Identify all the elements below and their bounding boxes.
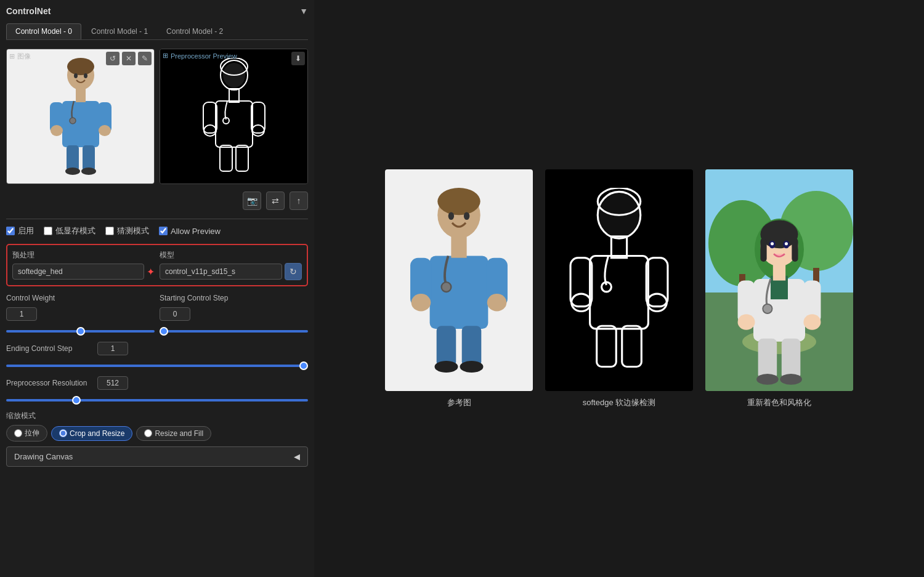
svg-point-49	[647, 294, 667, 311]
action-row: 📷 ⇄ ↑	[6, 192, 308, 210]
nurse-svg	[47, 58, 115, 175]
guess-mode-label: 猜测模式	[117, 225, 149, 236]
svg-point-37	[435, 361, 458, 373]
drawing-canvas-row[interactable]: Drawing Canvas ◀	[6, 446, 308, 467]
download-preview-btn[interactable]: ⬇	[291, 52, 305, 65]
guess-mode-checkbox-item[interactable]: 猜测模式	[105, 225, 149, 236]
svg-rect-45	[611, 236, 626, 257]
weight-step-values: 1 0	[6, 307, 308, 321]
image-row: ⊞ 图像 ↺ ✕ ✎	[6, 49, 308, 184]
enable-checkbox[interactable]	[6, 227, 15, 235]
stretch-radio[interactable]: 拉伸	[6, 425, 47, 442]
svg-point-21	[204, 125, 216, 136]
model-dropdown[interactable]: control_v11p_sd15_s	[160, 264, 282, 280]
options-row: 启用 低显存模式 猜测模式 Allow Preview	[6, 225, 308, 236]
control-weight-value-row: 1	[6, 307, 155, 321]
svg-point-67	[771, 242, 774, 245]
preprocessor-dropdown[interactable]: softedge_hed	[12, 264, 144, 280]
svg-rect-44	[590, 256, 649, 328]
svg-rect-64	[792, 238, 798, 261]
svg-rect-25	[229, 89, 239, 102]
preprocessor-image	[160, 49, 307, 184]
preprocessor-preview-box: ⊞ Preprocessor Preview ⬇	[160, 49, 308, 184]
drawing-canvas-collapse-icon: ◀	[294, 452, 300, 461]
upload-btn[interactable]: ↑	[290, 192, 308, 210]
resize-fill-radio[interactable]: Resize and Fill	[136, 426, 211, 441]
resolution-label: Preprocessor Resolution	[6, 379, 92, 387]
scale-radio-group: 拉伸 Crop and Resize Resize and Fill	[6, 425, 308, 442]
svg-rect-8	[67, 145, 79, 171]
svg-rect-77	[782, 338, 801, 379]
weight-step-sliders	[6, 326, 308, 337]
source-image	[7, 49, 154, 184]
close-image-btn[interactable]: ✕	[122, 52, 136, 65]
scale-mode-section: 缩放模式 拉伸 Crop and Resize Resize and Fill	[6, 411, 308, 442]
crop-resize-radio-input[interactable]	[59, 429, 67, 437]
reference-image	[385, 169, 533, 391]
swap-btn[interactable]: ⇄	[266, 192, 285, 210]
model-tabs: Control Model - 0 Control Model - 1 Cont…	[6, 23, 308, 40]
left-panel: ControlNet ▼ Control Model - 0 Control M…	[0, 0, 314, 577]
divider	[6, 219, 308, 219]
image-controls: ↺ ✕ ✎	[106, 52, 152, 65]
svg-point-41	[464, 212, 469, 220]
weight-step-row: Control Weight Starting Control Step	[6, 294, 308, 302]
image-label: ⊞ 图像	[9, 52, 31, 61]
svg-point-39	[442, 282, 452, 292]
stretch-label: 拉伸	[25, 428, 39, 438]
allow-preview-checkbox-item[interactable]: Allow Preview	[159, 227, 221, 236]
svg-point-40	[448, 212, 454, 220]
resize-fill-label: Resize and Fill	[155, 429, 203, 438]
enable-checkbox-item[interactable]: 启用	[6, 225, 34, 236]
camera-btn[interactable]: 📷	[243, 192, 261, 210]
svg-point-38	[460, 361, 484, 373]
sliders-section: Control Weight Starting Control Step 1 0…	[6, 294, 308, 406]
panel-collapse-icon[interactable]: ▼	[299, 6, 308, 16]
svg-point-34	[487, 294, 507, 311]
gallery-row: 参考图	[385, 169, 853, 408]
gallery-image-0	[385, 169, 533, 391]
edge-nurse-svg	[564, 188, 675, 373]
resolution-label-row: Preprocessor Resolution 512	[6, 376, 308, 390]
preprocessor-wrapper: softedge_hed ✦	[12, 264, 155, 280]
control-weight-value: 1	[6, 307, 37, 321]
drawing-canvas-label: Drawing Canvas	[14, 452, 73, 461]
guess-mode-checkbox[interactable]	[105, 227, 114, 235]
control-weight-slider[interactable]	[6, 330, 155, 333]
svg-rect-19	[203, 102, 217, 133]
control-weight-label: Control Weight	[6, 294, 155, 302]
control-weight-slider-container	[6, 326, 155, 337]
svg-rect-2	[62, 101, 99, 147]
refresh-model-btn[interactable]: ↻	[285, 263, 302, 280]
model-labels: 预处理 模型	[12, 250, 302, 260]
tab-control-model-0[interactable]: Control Model - 0	[6, 23, 81, 39]
tab-control-model-2[interactable]: Control Model - 2	[158, 23, 232, 39]
ending-step-slider-container	[6, 360, 308, 371]
gallery-caption-1: softedge 软边缘检测	[583, 397, 656, 408]
resize-fill-radio-input[interactable]	[144, 429, 152, 437]
ending-step-slider[interactable]	[6, 365, 308, 367]
gallery-caption-2: 重新着色和风格化	[747, 397, 811, 408]
svg-rect-30	[451, 236, 466, 257]
preview-controls: ⬇	[291, 52, 305, 65]
refresh-image-btn[interactable]: ↺	[106, 52, 120, 65]
svg-rect-24	[236, 145, 248, 171]
preview-label: ⊞ Preprocessor Preview	[163, 52, 237, 60]
enable-label: 启用	[18, 225, 34, 236]
resolution-slider[interactable]	[6, 399, 308, 401]
svg-rect-18	[216, 101, 253, 147]
anime-image	[705, 169, 853, 391]
crop-resize-radio[interactable]: Crop and Resize	[51, 426, 132, 441]
tab-control-model-1[interactable]: Control Model - 1	[83, 23, 156, 39]
preprocessor-col-label: 预处理	[12, 250, 155, 260]
edit-image-btn[interactable]: ✎	[138, 52, 152, 65]
starting-step-label: Starting Control Step	[160, 294, 308, 302]
panel-title: ControlNet	[6, 6, 51, 16]
low-vram-checkbox[interactable]	[44, 227, 52, 235]
edge-svg	[200, 58, 268, 175]
stretch-radio-input[interactable]	[14, 429, 22, 437]
starting-step-slider[interactable]	[160, 330, 308, 333]
allow-preview-checkbox[interactable]	[159, 227, 168, 235]
low-vram-checkbox-item[interactable]: 低显存模式	[44, 225, 95, 236]
svg-rect-47	[646, 257, 668, 306]
